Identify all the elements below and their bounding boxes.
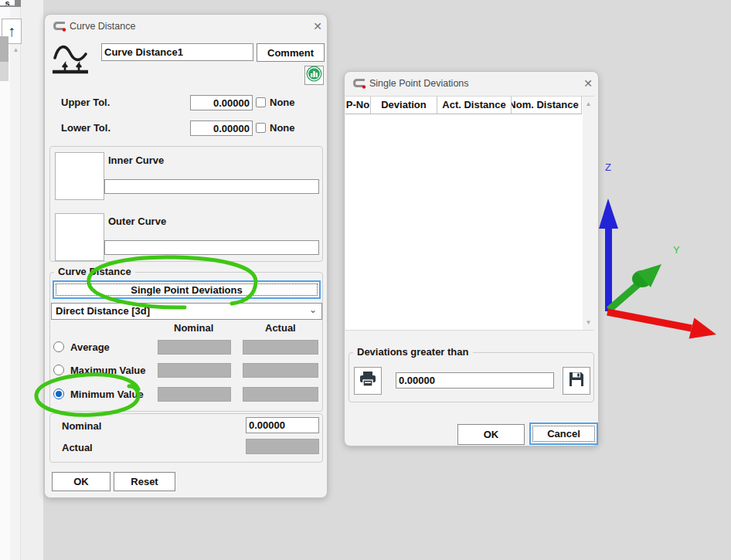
nominal-label: Nominal [62,420,101,432]
deviations-greater-label: Deviations greater than [353,346,473,358]
dialog-title: Curve Distance [70,21,135,32]
deviations-table[interactable]: P-No Deviation Act. Distance Nom. Distan… [345,96,594,331]
feature-name-input[interactable] [101,43,253,61]
radio-minimum-value[interactable] [53,389,64,399]
distance-mode-dropdown[interactable]: Direct Distance [3d] ⌄ [51,303,322,320]
left-scrollbar-thumb[interactable] [0,36,8,62]
comment-button[interactable]: Comment [257,43,325,62]
app-logo-icon [352,78,366,93]
inner-curve-preview[interactable] [55,152,104,200]
scroll-up-icon[interactable]: ▲ [583,100,594,107]
spd-cancel-button[interactable]: Cancel [529,423,598,445]
floppy-save-icon [568,371,585,391]
spd-dialog-titlebar[interactable]: Single Point Deviations ✕ [345,72,598,95]
curve-dialog-titlebar[interactable]: Curve Distance ✕ [45,15,327,38]
deviation-threshold-input[interactable] [396,372,554,389]
save-button[interactable] [563,367,590,395]
minimum-actual-field [243,387,318,402]
left-strip [0,0,10,560]
result-group: Nominal Actual [49,413,323,463]
outer-curve-preview[interactable] [55,213,104,261]
radio-average[interactable] [53,341,64,352]
ok-button[interactable]: OK [52,472,110,491]
curve-distance-group: Curve Distance Single Point Deviations D… [49,272,323,412]
maximum-actual-field [243,363,318,378]
actual-column-header: Actual [265,322,296,334]
scroll-up-icon[interactable]: ▲ [12,46,20,53]
lower-tol-none-label: None [270,122,295,134]
upper-tol-none-label: None [270,97,295,108]
axis-z-label: Z [605,161,611,173]
table-scrollbar[interactable]: ▲ ▼ [583,97,594,330]
left-scrollbar-thumb-shadow [0,62,8,81]
close-icon[interactable]: ✕ [311,19,325,33]
radio-maximum-value[interactable] [53,365,64,375]
spd-ok-button[interactable]: OK [457,424,525,445]
deviations-greater-group: Deviations greater than [348,352,594,402]
clipped-tab-fragment: s [0,0,15,7]
column-header-act-distance[interactable]: Act. Distance [437,97,512,114]
radio-average-label: Average [70,341,110,353]
axis-triad [586,185,731,340]
actual-value-field [246,439,319,454]
average-actual-field [243,340,318,355]
up-arrow-icon: ↑ [8,22,15,39]
maximum-nominal-field [158,363,231,378]
minimum-nominal-field [158,387,231,402]
upper-tol-none-checkbox[interactable] [256,97,266,107]
nominal-input[interactable] [246,417,319,433]
printer-icon [359,371,377,391]
close-icon[interactable]: ✕ [581,76,595,90]
histogram-button[interactable] [304,66,324,85]
app-logo-icon [53,21,66,36]
column-header-nom-distance[interactable]: Nom. Distance [512,97,582,114]
chevron-down-icon: ⌄ [309,304,317,315]
actual-label: Actual [62,442,93,453]
single-point-deviations-button[interactable]: Single Point Deviations [53,280,321,299]
histogram-icon [306,66,322,85]
inner-curve-label: Inner Curve [108,154,164,166]
lower-tol-input[interactable] [190,120,253,136]
reset-button[interactable]: Reset [114,472,175,491]
scroll-down-icon[interactable]: ▼ [583,319,594,326]
table-header-row: P-No Deviation Act. Distance Nom. Distan… [345,97,582,114]
curves-group: Inner Curve Outer Curve [49,146,323,262]
upper-tol-input[interactable] [190,95,253,110]
left-scrollbar-track[interactable] [10,0,21,560]
left-panel: s ↑ ▲ [0,0,43,560]
column-header-pno[interactable]: P-No [345,97,371,114]
nominal-column-header: Nominal [174,322,213,334]
column-header-deviation[interactable]: Deviation [371,97,437,114]
single-point-deviations-dialog: Single Point Deviations ✕ P-No Deviation… [344,71,599,446]
outer-curve-input[interactable] [104,240,319,255]
axis-y-label: Y [673,244,680,256]
radio-maximum-value-label: Maximum Value [70,365,146,376]
radio-minimum-value-label: Minimum Value [70,389,144,400]
inner-curve-input[interactable] [104,179,319,194]
upper-tol-label: Upper Tol. [61,97,110,108]
clipped-tab-fragment-edge [15,0,21,7]
lower-tol-label: Lower Tol. [61,122,110,134]
lower-tol-none-checkbox[interactable] [256,123,266,133]
dialog-title: Single Point Deviations [369,78,469,89]
outer-curve-label: Outer Curve [108,216,166,227]
curve-distance-icon [52,41,90,84]
curve-distance-group-label: Curve Distance [54,266,135,277]
distance-mode-value: Direct Distance [3d] [56,305,150,317]
print-button[interactable] [354,367,382,395]
average-nominal-field [158,340,231,355]
curve-distance-dialog: Curve Distance ✕ Comment Upper Tol. None… [44,14,328,498]
